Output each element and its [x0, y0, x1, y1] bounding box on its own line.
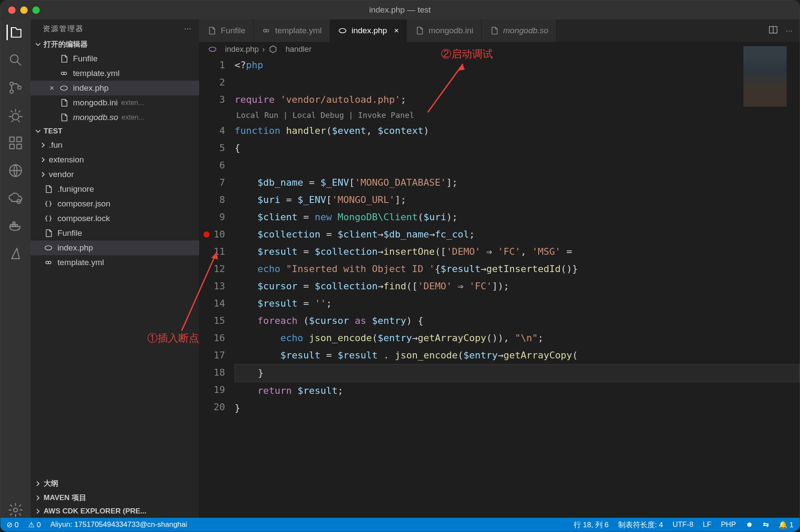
editor-tab[interactable]: template.yml — [254, 19, 330, 42]
status-position[interactable]: 行 18, 列 6 — [574, 520, 609, 530]
code-line[interactable]: $result = $collection→insertOne(['DEMO' … — [235, 243, 800, 260]
azure-icon[interactable] — [8, 246, 23, 261]
more-icon[interactable]: ⋯ — [786, 27, 793, 35]
line-number[interactable]: 12 — [199, 260, 225, 278]
editor-tab[interactable]: mongodb.ini — [407, 19, 482, 42]
code-line[interactable]: function handler($event, $context) — [235, 122, 800, 139]
code-line[interactable]: $collection = $client→$db_name→fc_col; — [235, 226, 800, 243]
open-editor-item[interactable]: template.yml — [31, 66, 199, 81]
line-number[interactable]: 13 — [199, 278, 225, 295]
status-errors[interactable]: ⊘ 0 — [6, 520, 19, 529]
line-number[interactable]: 8 — [199, 191, 225, 209]
status-aliyun[interactable]: Aliyun: 1751705494334733@cn-shanghai — [50, 520, 187, 529]
code-line[interactable]: $client = new MongoDB\Client($uri); — [235, 209, 800, 226]
line-number[interactable]: 16 — [199, 329, 225, 347]
file-name: template.yml — [57, 258, 104, 267]
code-line[interactable]: $cursor = $collection→find(['DEMO' ⇒ 'FC… — [235, 278, 800, 295]
line-number[interactable]: 17 — [199, 347, 225, 364]
live-share-icon[interactable]: ⇆ — [763, 520, 769, 529]
code-line[interactable] — [235, 74, 800, 91]
line-number[interactable]: 11 — [199, 243, 225, 260]
line-number[interactable]: 4 — [199, 122, 225, 139]
code-line[interactable]: require 'vendor/autoload.php'; — [235, 91, 800, 108]
split-editor-icon[interactable] — [768, 25, 778, 36]
file-name: composer.json — [57, 199, 111, 209]
code-editor[interactable]: 1 2 3 4 5 6 7 8 9 10 11 12 13 14 15 16 1… — [199, 57, 800, 518]
open-editor-item[interactable]: mongodb.ini exten... — [31, 95, 199, 110]
open-editor-item[interactable]: mongodb.so exten... — [31, 110, 199, 125]
more-icon[interactable]: ⋯ — [184, 24, 192, 33]
code-line[interactable]: return $result; — [235, 382, 800, 399]
line-number[interactable]: 7 — [199, 174, 225, 191]
line-number[interactable]: 19 — [199, 381, 225, 399]
close-window[interactable] — [8, 6, 16, 14]
sidebar-section[interactable]: 大纲 — [31, 476, 199, 491]
code-line[interactable]: $db_name = $_ENV['MONGO_DATABASE']; — [235, 174, 800, 191]
code-line[interactable]: { — [235, 139, 800, 157]
line-number[interactable]: 2 — [199, 74, 225, 91]
line-number[interactable]: 6 — [199, 157, 225, 174]
breadcrumb[interactable]: index.php › handler — [199, 42, 800, 57]
open-editor-item[interactable]: × index.php — [31, 81, 199, 95]
file-item[interactable]: .funignore — [31, 182, 199, 196]
status-eol[interactable]: LF — [703, 520, 711, 529]
minimap[interactable] — [739, 42, 800, 128]
sidebar-section[interactable]: AWS CDK EXPLORER (PRE... — [31, 505, 199, 518]
code-line[interactable]: $result = ''; — [235, 295, 800, 312]
close-icon[interactable]: × — [48, 83, 56, 93]
code-line[interactable] — [235, 157, 800, 174]
feedback-icon[interactable]: ☻ — [746, 520, 753, 529]
debug-icon[interactable] — [8, 108, 23, 123]
docker-icon[interactable] — [8, 218, 23, 234]
folder-item[interactable]: extension — [31, 152, 199, 167]
breakpoint-icon[interactable] — [203, 231, 210, 238]
code-line[interactable]: <?php — [235, 57, 800, 74]
code-line[interactable]: } — [235, 364, 800, 382]
close-icon[interactable]: × — [394, 26, 399, 35]
line-number[interactable]: 9 — [199, 209, 225, 226]
editor-tab[interactable]: index.php × — [330, 19, 407, 42]
source-control-icon[interactable] — [8, 80, 23, 95]
explorer-icon[interactable] — [6, 25, 23, 40]
codelens[interactable]: Local Run | Local Debug | Invoke Panel — [235, 108, 800, 122]
aliyun-icon[interactable] — [8, 190, 23, 206]
line-number[interactable]: 1 — [199, 57, 225, 74]
status-indentation[interactable]: 制表符长度: 4 — [618, 520, 663, 530]
code-line[interactable]: } — [235, 399, 800, 417]
file-item[interactable]: composer.lock — [31, 211, 199, 226]
sidebar-section[interactable]: MAVEN 项目 — [31, 491, 199, 505]
code-line[interactable]: foreach ($cursor as $entry) { — [235, 312, 800, 329]
remote-icon[interactable] — [8, 163, 23, 178]
line-number[interactable]: 18 — [199, 364, 225, 381]
file-item[interactable]: template.yml — [31, 255, 199, 270]
open-editor-item[interactable]: Funfile — [31, 51, 199, 66]
workspace-section[interactable]: TEST — [31, 125, 199, 138]
line-number[interactable]: 3 — [199, 91, 225, 108]
code-line[interactable]: echo json_encode($entry→getArrayCopy()),… — [235, 329, 800, 347]
line-number[interactable]: 14 — [199, 295, 225, 312]
extensions-icon[interactable] — [8, 135, 23, 151]
line-number[interactable]: 5 — [199, 139, 225, 157]
status-language[interactable]: PHP — [721, 520, 736, 529]
file-item[interactable]: Funfile — [31, 226, 199, 241]
editor-tab[interactable]: mongodb.so — [482, 19, 557, 42]
status-encoding[interactable]: UTF-8 — [673, 520, 693, 529]
maximize-window[interactable] — [32, 6, 40, 14]
folder-item[interactable]: .fun — [31, 138, 199, 152]
code-line[interactable]: $result = $result . json_encode($entry→g… — [235, 347, 800, 364]
code-line[interactable]: echo "Inserted with Object ID '{$result→… — [235, 260, 800, 278]
minimize-window[interactable] — [20, 6, 28, 14]
open-editors-section[interactable]: 打开的编辑器 — [31, 37, 199, 51]
code-line[interactable]: $uri = $_ENV['MONGO_URL']; — [235, 191, 800, 209]
line-number[interactable]: 10 — [199, 226, 225, 243]
file-item[interactable]: index.php — [31, 241, 199, 255]
line-number[interactable]: 15 — [199, 312, 225, 329]
bell-icon[interactable]: 🔔 1 — [778, 520, 794, 529]
status-warnings[interactable]: ⚠ 0 — [28, 520, 41, 529]
folder-item[interactable]: vendor — [31, 167, 199, 182]
search-icon[interactable] — [8, 52, 23, 68]
editor-tab[interactable]: Funfile — [199, 19, 254, 42]
file-item[interactable]: composer.json — [31, 196, 199, 211]
line-number[interactable]: 20 — [199, 399, 225, 416]
settings-gear-icon[interactable] — [8, 502, 23, 518]
